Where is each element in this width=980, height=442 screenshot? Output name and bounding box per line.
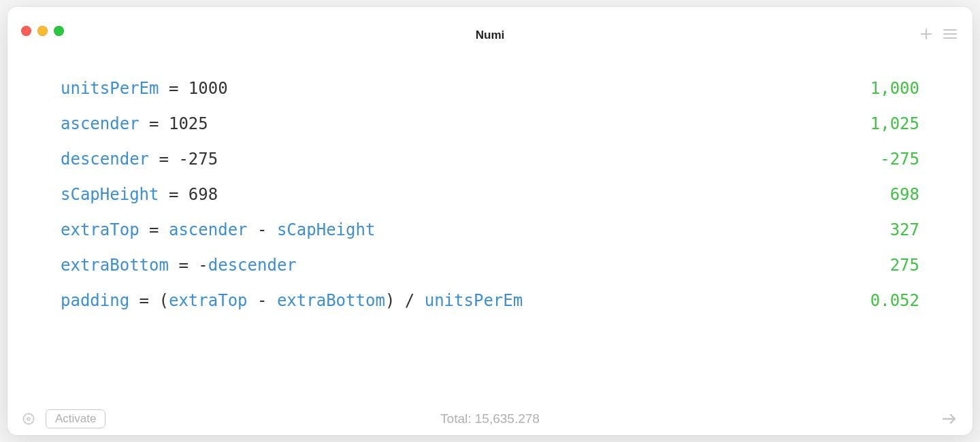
editor-line[interactable]: sCapHeight = 698698	[61, 186, 919, 203]
token-num: 1000	[189, 79, 228, 98]
token-var: ascender	[169, 220, 248, 239]
token-num: 1025	[169, 114, 208, 133]
editor-line[interactable]: extraTop = ascender - sCapHeight327	[61, 222, 919, 238]
token-num: 275	[189, 150, 218, 169]
token-var: descender	[208, 256, 297, 275]
minimize-button[interactable]	[37, 26, 48, 36]
titlebar: Numi	[7, 7, 973, 42]
editor-line[interactable]: ascender = 10251,025	[61, 116, 919, 132]
token-par: )	[385, 291, 395, 310]
traffic-lights	[21, 26, 64, 36]
gear-icon[interactable]	[21, 411, 36, 426]
footer: Activate Total: 15,635.278	[7, 403, 973, 435]
expression[interactable]: padding = (extraTop - extraBottom) / uni…	[61, 292, 523, 309]
close-button[interactable]	[21, 26, 31, 36]
result-value: 327	[870, 222, 919, 238]
token-var: ascender	[61, 114, 140, 133]
expression[interactable]: extraBottom = -descender	[61, 257, 297, 273]
result-value: 698	[870, 186, 919, 203]
token-op: -	[248, 291, 277, 310]
result-value: 0.052	[850, 292, 919, 309]
token-var: unitsPerEm	[61, 79, 159, 98]
token-var: sCapHeight	[277, 220, 376, 239]
editor-line[interactable]: unitsPerEm = 10001,000	[61, 80, 919, 97]
token-op: =	[140, 114, 169, 133]
expression[interactable]: extraTop = ascender - sCapHeight	[61, 222, 375, 238]
token-op: =	[159, 79, 189, 98]
editor-line[interactable]: padding = (extraTop - extraBottom) / uni…	[61, 292, 919, 309]
token-op: =	[169, 256, 198, 275]
token-op: =	[149, 150, 178, 169]
expression[interactable]: ascender = 1025	[61, 116, 208, 132]
result-value: 275	[870, 257, 919, 273]
editor-line[interactable]: descender = -275-275	[61, 151, 919, 167]
token-op: -	[178, 150, 188, 169]
token-var: descender	[61, 150, 149, 169]
expression[interactable]: sCapHeight = 698	[61, 186, 218, 203]
svg-point-1	[27, 418, 30, 420]
expression[interactable]: unitsPerEm = 1000	[61, 80, 228, 97]
token-op: /	[395, 291, 424, 310]
editor[interactable]: unitsPerEm = 10001,000ascender = 10251,0…	[7, 42, 973, 403]
expression[interactable]: descender = -275	[61, 151, 218, 167]
token-par: (	[159, 291, 169, 310]
menu-icon[interactable]	[943, 27, 958, 41]
add-icon[interactable]	[919, 27, 933, 41]
token-op: =	[140, 220, 169, 239]
token-var: extraBottom	[61, 256, 169, 275]
app-window: Numi unitsPerEm = 10001,000ascender = 10…	[7, 7, 973, 435]
token-var: sCapHeight	[61, 185, 159, 204]
token-var: extraBottom	[277, 291, 385, 310]
token-num: 698	[189, 185, 218, 204]
token-var: extraTop	[169, 291, 248, 310]
token-var: extraTop	[61, 220, 140, 239]
token-op: =	[159, 185, 189, 204]
titlebar-actions	[919, 27, 958, 41]
result-value: 1,025	[850, 116, 919, 132]
token-var: padding	[61, 291, 129, 310]
token-op: -	[198, 256, 208, 275]
token-var: unitsPerEm	[425, 291, 523, 310]
token-op: -	[248, 220, 277, 239]
total-label: Total: 15,635.278	[440, 411, 540, 426]
activate-button[interactable]: Activate	[46, 409, 105, 428]
result-value: 1,000	[850, 80, 919, 97]
zoom-button[interactable]	[54, 26, 64, 36]
window-title: Numi	[476, 29, 505, 42]
result-value: -275	[860, 151, 919, 167]
token-op: =	[129, 291, 159, 310]
arrow-right-icon[interactable]	[941, 412, 958, 426]
editor-line[interactable]: extraBottom = -descender275	[61, 257, 919, 273]
